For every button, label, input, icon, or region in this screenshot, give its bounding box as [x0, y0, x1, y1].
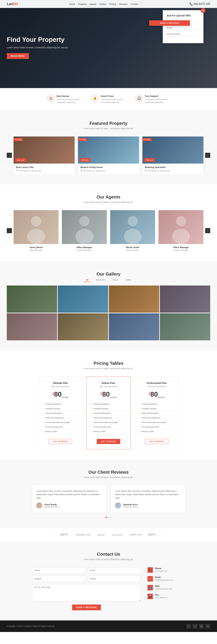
contact-phone-input[interactable] [88, 576, 141, 582]
review-dot-1[interactable] [105, 517, 107, 518]
plan-feature-item: Free domain with annual plan [91, 420, 126, 425]
agent-card-4: f t in Office Manager Support Manager [158, 210, 203, 251]
nav-logo[interactable]: LanDO [7, 2, 18, 6]
property-card-3: For Rent 750/month Relaxing Apartment 📍9… [142, 136, 203, 174]
form-email-input[interactable] [167, 26, 199, 30]
social-linkedin[interactable]: in [205, 624, 210, 628]
plan-feature-item: Free domain with annual plan [139, 420, 174, 425]
review-text-2: Lorem ipsum dolor sit amet, consectetur … [115, 490, 181, 500]
agent-next-arrow[interactable]: › [205, 228, 210, 233]
reviews-title: Our Client Reviews [7, 470, 210, 475]
partner-logo-5: HAMILTON [129, 534, 141, 536]
reviews-grid: Lorem ipsum dolor sit amet, consectetur … [32, 485, 185, 512]
footer: Copyright © 2022 Company Name All rights… [0, 620, 217, 632]
nav-reviews[interactable]: Reviews [119, 3, 127, 6]
plan-feature-item: Unlimited Bandwidth [139, 411, 174, 416]
plan-desc-professional: Plan short description [139, 386, 174, 388]
form-phone-input[interactable] [167, 32, 199, 36]
reviewer-avatar-2 [115, 502, 121, 508]
agent-fb-4[interactable]: f [198, 220, 202, 224]
partners-prev-arrow[interactable]: ‹ [53, 533, 54, 536]
gallery-tab-all[interactable]: All [84, 278, 90, 282]
contact-subject-input[interactable] [32, 576, 85, 582]
gallery-item-1[interactable] [7, 286, 57, 312]
gallery-item-3[interactable] [109, 286, 159, 312]
pricing-section: Pricing Tables Lorem ipsum dolor sit ame… [0, 350, 217, 460]
social-twitter[interactable]: t [192, 624, 197, 628]
review-dot-2[interactable] [108, 517, 109, 518]
plan-name-professional: Professional Plan [139, 382, 174, 384]
nav-contact[interactable]: Contact [131, 3, 138, 6]
feature-support-desc: Lorem ipsum dolor sit amet, consectetur … [145, 98, 169, 104]
agent-role-3: Web Developer [110, 249, 155, 251]
gallery-tab-house[interactable]: House [111, 278, 121, 282]
navbar: LanDO Home Property Agents Gallery Prici… [0, 0, 217, 8]
property-price-2: 500/month [80, 158, 90, 162]
gallery-title: Our Gallery [7, 272, 210, 277]
plan-features-ultimate: Unlimited Websites Unlimited Storage Unl… [43, 402, 78, 434]
gallery-item-4[interactable] [160, 286, 210, 312]
agent-role-4: Support Manager [158, 249, 203, 251]
agent-fb-3[interactable]: f [150, 220, 154, 224]
partner-logo-6: MEPV [148, 533, 156, 536]
feature-homes-desc: Lorem ipsum dolor sit amet, consectetur … [57, 98, 81, 104]
agent-li-2[interactable]: in [101, 230, 105, 234]
nav-agents[interactable]: Agents [90, 3, 96, 6]
agent-tw-4[interactable]: t [198, 225, 202, 229]
plan-name-ultimate: Ultimate Plan [43, 382, 78, 384]
nav-links: Home Property Agents Gallery Pricing Rev… [69, 2, 138, 6]
hero-cta-button[interactable]: READ MORE [7, 53, 29, 59]
agent-name-3: Martin Smith [110, 246, 155, 248]
agent-li-1[interactable]: in [53, 230, 57, 234]
svg-point-0 [31, 216, 41, 226]
contact-email-input[interactable] [88, 567, 141, 574]
pricing-title: Pricing Tables [7, 361, 210, 366]
feature-great-prices: 💰 Great Prices Lorem ipsum dolor sit ame… [92, 95, 125, 104]
nav-gallery[interactable]: Gallery [99, 3, 106, 6]
contact-send-button[interactable]: SEND A MESSAGE [72, 604, 101, 610]
prop-prev-arrow[interactable]: ‹ [7, 153, 12, 158]
review-dot-3[interactable] [110, 517, 112, 518]
feature-prices-title: Great Prices [101, 95, 125, 97]
agent-li-4[interactable]: in [198, 230, 202, 234]
social-facebook[interactable]: f [186, 624, 191, 628]
contact-message-textarea[interactable] [32, 584, 141, 601]
agent-fb-1[interactable]: f [53, 220, 57, 224]
feature-free-support: 🎧 Free Support Lorem ipsum dolor sit ame… [136, 95, 169, 104]
plan-cta-ultimate[interactable]: GET STARTED [49, 439, 72, 444]
partner-logo-3: BUILD [97, 534, 105, 536]
agent-tw-2[interactable]: t [101, 225, 105, 229]
gallery-item-2[interactable] [58, 286, 108, 312]
prop-next-arrow[interactable]: › [205, 153, 210, 158]
gallery-tab-apartment[interactable]: Apartment [94, 278, 107, 282]
nav-pricing[interactable]: Pricing [110, 3, 116, 6]
gallery-section: Our Gallery All Apartment House Office [0, 261, 217, 350]
gallery-tab-office[interactable]: Office [124, 278, 133, 282]
social-google[interactable]: g+ [199, 624, 204, 628]
plan-price-ultimate: $80/month [43, 391, 78, 398]
agent-fb-2[interactable]: f [101, 220, 105, 224]
agent-tw-3[interactable]: t [150, 225, 154, 229]
property-location-1: 📍923 Kathai St. Terrace City [16, 170, 72, 172]
gallery-item-7[interactable] [109, 313, 159, 340]
features-section: 🏠 Best Homes Lorem ipsum dolor sit amet,… [0, 88, 217, 110]
svg-point-2 [79, 216, 90, 226]
agent-photo-1: f t in [14, 210, 59, 244]
form-send-button[interactable]: SEND A MESSAGE [149, 20, 190, 26]
gallery-item-5[interactable] [7, 313, 57, 340]
gallery-item-6[interactable] [58, 313, 108, 340]
property-badge-1: For Sale [14, 138, 23, 141]
nav-property[interactable]: Property [78, 3, 86, 6]
agent-li-3[interactable]: in [150, 230, 154, 234]
partners-next-arrow[interactable]: › [163, 533, 164, 536]
plan-cta-professional[interactable]: GET STARTED [145, 439, 168, 444]
reviewer-avatar-1 [36, 502, 42, 508]
form-badge[interactable]: ✉ [201, 8, 205, 13]
price-icon: 💰 [92, 95, 98, 102]
contact-name-input[interactable] [32, 567, 85, 574]
plan-cta-deluxe[interactable]: GET STARTED [97, 439, 120, 444]
agent-tw-1[interactable]: t [53, 225, 57, 229]
nav-home[interactable]: Home [69, 3, 75, 6]
agent-prev-arrow[interactable]: ‹ [7, 228, 12, 233]
gallery-item-8[interactable] [160, 313, 210, 340]
